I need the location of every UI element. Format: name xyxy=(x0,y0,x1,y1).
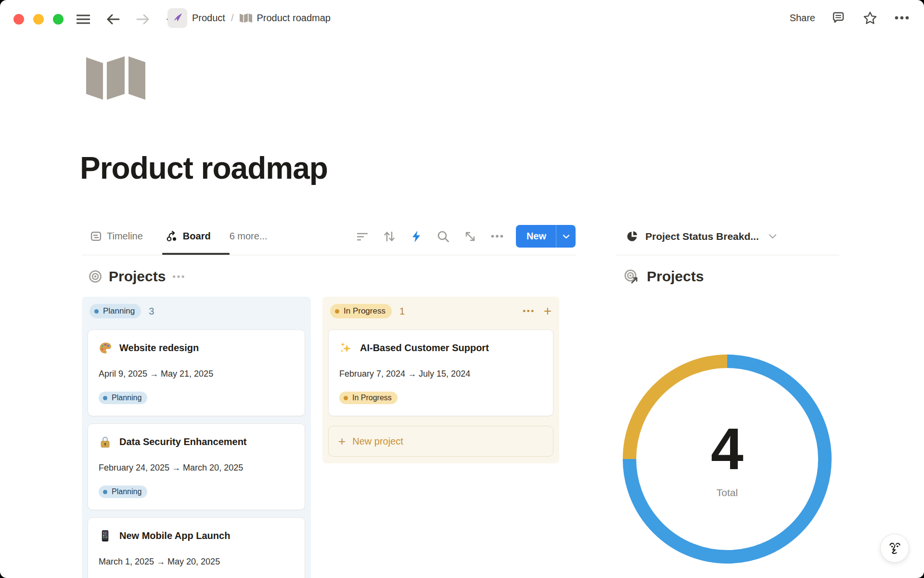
database-view-region: Timeline Board 6 more... xyxy=(82,225,576,578)
sort-icon[interactable] xyxy=(383,230,396,243)
donut-chart: 4 Total xyxy=(621,353,833,565)
card-title: Website redesign xyxy=(119,342,199,354)
board-column-planning: Planning 3 Website redesign April 9, 202… xyxy=(82,297,311,578)
breadcrumb: Product / Product roadmap xyxy=(167,7,331,28)
breadcrumb-page[interactable]: Product roadmap xyxy=(257,13,331,24)
sparkles-emoji xyxy=(339,342,352,355)
favorite-star-icon[interactable] xyxy=(861,9,879,26)
column-options-icon[interactable]: ••• xyxy=(523,306,535,316)
comments-icon[interactable] xyxy=(830,9,847,26)
breadcrumb-separator: / xyxy=(231,13,234,24)
automation-lightning-icon[interactable] xyxy=(410,230,423,243)
forward-arrow-icon[interactable] xyxy=(134,11,152,28)
phone-emoji xyxy=(99,529,112,542)
tab-board-label: Board xyxy=(183,231,211,242)
card-dates: February 24, 2025 → March 20, 2025 xyxy=(99,463,294,473)
tab-board[interactable]: Board xyxy=(162,225,215,248)
share-button[interactable]: Share xyxy=(790,13,815,24)
new-record-dropdown-chevron[interactable] xyxy=(556,225,576,248)
page-map-icon[interactable] xyxy=(86,56,145,100)
active-tab-underline xyxy=(162,253,230,255)
plus-icon: + xyxy=(338,434,346,449)
timeline-view-icon xyxy=(90,230,102,242)
view-tab-bar: Timeline Board 6 more... xyxy=(82,225,576,248)
card-status-badge: Planning xyxy=(99,486,147,498)
board-column-in-progress: In Progress 1 ••• + AI-Based Customer Su… xyxy=(322,297,559,463)
chart-selector[interactable]: Project Status Breakd... xyxy=(616,225,839,248)
view-bar-divider xyxy=(82,255,576,255)
card-dates: March 1, 2025 → May 20, 2025 xyxy=(99,557,294,567)
new-project-label: New project xyxy=(352,436,403,447)
menu-icon[interactable] xyxy=(75,11,92,28)
app-window: Product / Product roadmap Share Product … xyxy=(0,0,924,578)
chart-section-title: Projects xyxy=(647,268,704,285)
column-add-card-icon[interactable]: + xyxy=(544,306,552,316)
target-icon xyxy=(89,270,102,283)
linked-target-icon xyxy=(624,269,640,284)
page-title[interactable]: Product roadmap xyxy=(80,150,328,186)
view-options-dots-icon[interactable] xyxy=(491,230,503,243)
column-count: 3 xyxy=(149,306,154,317)
chart-selector-label: Project Status Breakd... xyxy=(645,231,759,242)
chart-panel: Project Status Breakd... Projects 4 Tota… xyxy=(616,225,839,287)
status-dot xyxy=(335,309,339,314)
new-record-button[interactable]: New xyxy=(516,225,576,248)
new-record-label: New xyxy=(516,225,556,248)
minimize-window-button[interactable] xyxy=(33,14,44,25)
board-section-title: Projects xyxy=(109,268,166,285)
board-view-icon xyxy=(166,230,178,242)
tab-timeline[interactable]: Timeline xyxy=(86,225,147,248)
column-count: 1 xyxy=(399,306,405,317)
card-dates: April 9, 2025 → May 21, 2025 xyxy=(99,369,294,379)
project-card[interactable]: Data Security Enhancement February 24, 2… xyxy=(88,423,305,510)
palette-emoji xyxy=(99,342,112,355)
card-title: New Mobile App Launch xyxy=(119,530,230,541)
chevron-down-icon xyxy=(769,234,777,239)
back-arrow-icon[interactable] xyxy=(104,11,122,28)
search-icon[interactable] xyxy=(437,230,449,243)
more-options-icon[interactable] xyxy=(893,9,911,26)
notion-ai-button[interactable] xyxy=(880,534,909,563)
project-card[interactable]: New Mobile App Launch March 1, 2025 → Ma… xyxy=(88,517,305,578)
zoom-window-button[interactable] xyxy=(53,14,64,25)
card-title: AI-Based Customer Support xyxy=(360,342,489,354)
card-title: Data Security Enhancement xyxy=(119,436,247,447)
card-dates: February 7, 2024 → July 15, 2024 xyxy=(339,369,542,379)
breadcrumb-root[interactable]: Product xyxy=(192,13,225,24)
status-dot xyxy=(94,309,99,314)
pie-chart-icon xyxy=(626,230,639,243)
close-window-button[interactable] xyxy=(13,14,24,25)
status-badge: In Progress xyxy=(330,304,392,318)
tab-timeline-label: Timeline xyxy=(107,231,143,242)
card-status-badge: In Progress xyxy=(339,392,398,404)
panel-divider xyxy=(616,255,839,255)
card-status-badge: Planning xyxy=(99,392,147,404)
new-project-button[interactable]: + New project xyxy=(328,426,553,457)
expand-icon[interactable] xyxy=(464,230,476,243)
lock-emoji xyxy=(99,435,112,448)
project-card[interactable]: Website redesign April 9, 2025 → May 21,… xyxy=(88,329,305,416)
board-section-options-icon[interactable]: ••• xyxy=(172,272,186,282)
filter-icon[interactable] xyxy=(356,230,369,243)
traffic-lights xyxy=(13,14,64,25)
status-badge: Planning xyxy=(90,304,141,318)
map-icon xyxy=(240,13,252,23)
workspace-dart-icon[interactable] xyxy=(167,8,187,28)
window-topbar: Product / Product roadmap Share xyxy=(0,0,924,34)
more-views-button[interactable]: 6 more... xyxy=(230,231,268,242)
ai-face-icon xyxy=(886,540,903,556)
project-card[interactable]: AI-Based Customer Support February 7, 20… xyxy=(328,329,553,416)
